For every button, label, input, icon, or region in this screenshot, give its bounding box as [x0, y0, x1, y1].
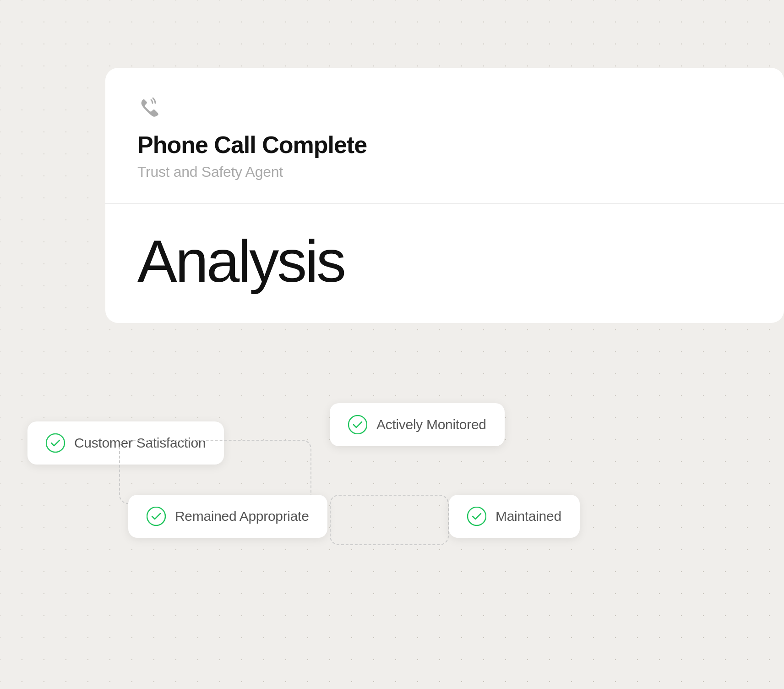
badge-label-actively-monitored: Actively Monitored — [376, 417, 486, 432]
svg-point-3 — [468, 507, 486, 525]
check-icon-maintained — [467, 507, 486, 526]
phone-call-icon — [137, 95, 161, 119]
badge-maintained: Maintained — [449, 495, 580, 538]
check-icon-remained-appropriate — [147, 507, 166, 526]
badge-remained-appropriate: Remained Appropriate — [128, 495, 327, 538]
badge-label-maintained: Maintained — [495, 509, 561, 524]
analysis-section: Analysis — [105, 204, 784, 323]
svg-point-0 — [46, 434, 65, 452]
dashed-placeholder-1 — [119, 440, 311, 504]
svg-point-2 — [147, 507, 165, 525]
analysis-heading: Analysis — [137, 228, 344, 295]
main-card: Phone Call Complete Trust and Safety Age… — [105, 68, 784, 323]
check-icon-customer-satisfaction — [46, 433, 65, 453]
badge-actively-monitored: Actively Monitored — [330, 403, 505, 446]
card-subtitle: Trust and Safety Agent — [137, 164, 752, 180]
svg-point-1 — [348, 416, 367, 434]
badge-label-remained-appropriate: Remained Appropriate — [175, 509, 309, 524]
card-title: Phone Call Complete — [137, 132, 752, 158]
dashed-placeholder-2 — [330, 495, 449, 545]
card-header: Phone Call Complete Trust and Safety Age… — [105, 68, 784, 204]
check-icon-actively-monitored — [348, 415, 367, 434]
